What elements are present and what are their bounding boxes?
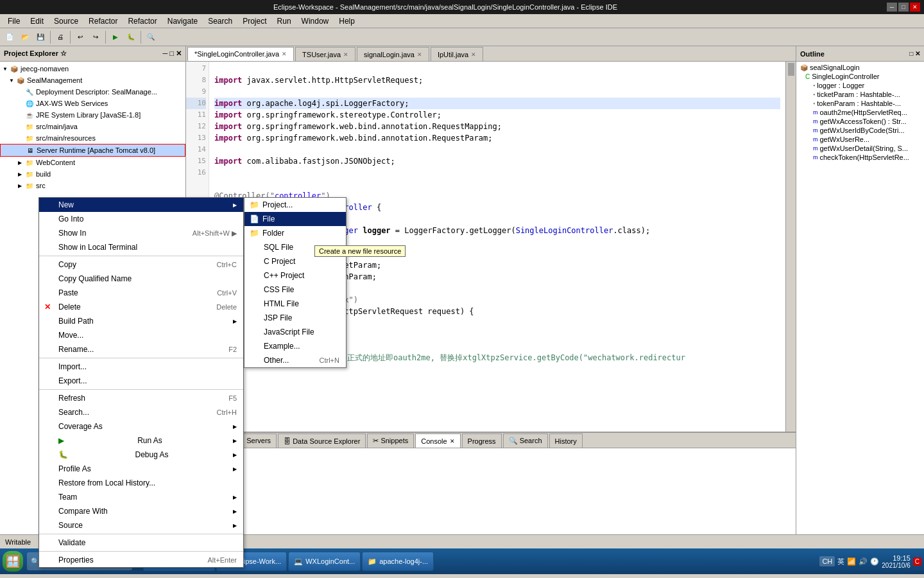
sm-file[interactable]: 📄 File bbox=[244, 212, 346, 226]
tree-item-src-java[interactable]: 📁 src/main/java bbox=[0, 121, 185, 132]
cm-coverage[interactable]: Coverage As ▶ bbox=[39, 419, 243, 434]
tab-datasource[interactable]: 🗄 Data Source Explorer bbox=[278, 434, 366, 448]
cm-properties[interactable]: Properties Alt+Enter bbox=[39, 553, 243, 567]
toolbar-save[interactable]: 💾 bbox=[33, 30, 47, 44]
outline-get-wx-user-detail[interactable]: m getWxUserDetail(String, S... bbox=[798, 144, 923, 153]
menu-refactor2[interactable]: Refactor bbox=[123, 15, 162, 27]
outline-oauth2me[interactable]: m oauth2me(HttpServletReq... bbox=[798, 108, 923, 117]
outline-get-wx-user-re[interactable]: m getWxUserRe... bbox=[798, 135, 923, 144]
sm-other[interactable]: Other... Ctrl+N bbox=[244, 353, 346, 367]
lang-mode[interactable]: 英 bbox=[837, 557, 844, 566]
sm-project[interactable]: 📁 Project... bbox=[244, 198, 346, 212]
menu-project[interactable]: Project bbox=[237, 15, 271, 27]
sm-folder[interactable]: 📁 Folder bbox=[244, 226, 346, 240]
tree-item-jre[interactable]: ☕ JRE System Library [JavaSE-1.8] bbox=[0, 109, 185, 121]
cm-search[interactable]: Search... Ctrl+H bbox=[39, 405, 243, 419]
outline-controls[interactable]: □ ✕ bbox=[909, 50, 920, 57]
cm-profile-as[interactable]: Profile As ▶ bbox=[39, 462, 243, 476]
tab-snippets[interactable]: ✂ Snippets bbox=[367, 434, 414, 448]
cm-compare-with[interactable]: Compare With ▶ bbox=[39, 504, 243, 518]
toolbar-undo[interactable]: ↩ bbox=[73, 30, 87, 44]
cm-go-into[interactable]: Go Into bbox=[39, 212, 243, 226]
outline-ticket[interactable]: ▪ ticketParam : Hashtable-... bbox=[798, 90, 923, 99]
sm-js[interactable]: JavaScript File bbox=[244, 325, 346, 339]
cm-restore-history[interactable]: Restore from Local History... bbox=[39, 476, 243, 490]
cm-delete[interactable]: ✕ Delete Delete bbox=[39, 300, 243, 314]
csdn-icon[interactable]: C bbox=[913, 557, 921, 566]
tree-item-jax[interactable]: 🌐 JAX-WS Web Services bbox=[0, 98, 185, 109]
toolbar-print[interactable]: 🖨 bbox=[53, 30, 67, 44]
tab-single-login[interactable]: *SingleLoginController.java ✕ bbox=[187, 47, 294, 61]
tab-close-iputil[interactable]: ✕ bbox=[471, 51, 476, 58]
toolbar-open[interactable]: 📂 bbox=[18, 30, 32, 44]
tree-item-seal[interactable]: ▼ 📦 SealManagement bbox=[0, 74, 185, 86]
cm-export[interactable]: Export... bbox=[39, 374, 243, 388]
menu-window[interactable]: Window bbox=[296, 15, 334, 27]
outline-get-wx-access[interactable]: m getWxAccessToken() : Str... bbox=[798, 117, 923, 126]
cm-show-local[interactable]: Show in Local Terminal bbox=[39, 240, 243, 254]
menu-source[interactable]: Source bbox=[49, 15, 83, 27]
toolbar-search-global[interactable]: 🔍 bbox=[144, 30, 158, 44]
cm-source[interactable]: Source ▶ bbox=[39, 518, 243, 532]
tab-history[interactable]: History bbox=[549, 434, 583, 448]
tree-item-src-res[interactable]: 📁 src/main/resources bbox=[0, 132, 185, 144]
menu-search[interactable]: Search bbox=[203, 15, 237, 27]
toolbar-redo[interactable]: ↪ bbox=[89, 30, 103, 44]
pe-minimize[interactable]: ─ □ ✕ bbox=[162, 49, 182, 58]
toolbar-run[interactable]: ▶ bbox=[108, 30, 123, 44]
cm-build-path[interactable]: Build Path ▶ bbox=[39, 314, 243, 328]
menu-navigate[interactable]: Navigate bbox=[162, 15, 203, 27]
sm-html[interactable]: HTML File bbox=[244, 297, 346, 311]
cm-run-as[interactable]: ▶ Run As ▶ bbox=[39, 434, 243, 448]
cm-move[interactable]: Move... bbox=[39, 328, 243, 342]
cm-new[interactable]: New ▶ bbox=[39, 198, 243, 212]
outline-check-token[interactable]: m checkToken(HttpServletRe... bbox=[798, 153, 923, 162]
sm-cpp-project[interactable]: C++ Project bbox=[244, 268, 346, 283]
menu-refactor1[interactable]: Refactor bbox=[83, 15, 123, 27]
cm-show-in[interactable]: Show In Alt+Shift+W ▶ bbox=[39, 226, 243, 240]
tab-search-bottom[interactable]: 🔍 Search bbox=[503, 434, 548, 448]
vertical-scrollbar[interactable] bbox=[785, 62, 796, 432]
menu-help[interactable]: Help bbox=[334, 15, 360, 27]
tab-iputil[interactable]: IpUtil.java ✕ bbox=[431, 47, 483, 61]
close-btn[interactable]: ✕ bbox=[910, 3, 920, 12]
cm-copy-qualified[interactable]: Copy Qualified Name bbox=[39, 272, 243, 286]
maximize-btn[interactable]: □ bbox=[898, 3, 909, 12]
cm-validate[interactable]: Validate bbox=[39, 536, 243, 550]
tab-signallogin[interactable]: signalLogin.java ✕ bbox=[357, 47, 429, 61]
cm-paste[interactable]: Paste Ctrl+V bbox=[39, 286, 243, 300]
tree-item-jeecg[interactable]: ▼ 📦 jeecg-nomaven bbox=[0, 63, 185, 74]
outline-logger[interactable]: ▪ logger : Logger bbox=[798, 81, 923, 90]
lang-indicator[interactable]: CH bbox=[819, 556, 835, 566]
taskbar-btn-apache[interactable]: 📁 apache-log4j-... bbox=[362, 552, 434, 571]
tree-item-server[interactable]: 🖥 Server Runtime [Apache Tomcat v8.0] bbox=[0, 144, 185, 157]
tab-close-console[interactable]: ✕ bbox=[450, 438, 455, 444]
cm-debug-as[interactable]: 🐛 Debug As ▶ bbox=[39, 448, 243, 462]
toolbar-new[interactable]: 📄 bbox=[3, 30, 17, 44]
outline-class[interactable]: C SingleLoginController bbox=[798, 72, 923, 81]
menu-run[interactable]: Run bbox=[272, 15, 296, 27]
tree-item-deployment[interactable]: 🔧 Deployment Descriptor: SealManage... bbox=[0, 86, 185, 98]
tree-item-build[interactable]: ▶ 📁 build bbox=[0, 168, 185, 180]
outline-get-wx-userid[interactable]: m getWxUserIdByCode(Stri... bbox=[798, 126, 923, 135]
tab-tsuser[interactable]: TSUser.java ✕ bbox=[295, 47, 355, 61]
tree-item-src2[interactable]: ▶ 📁 src bbox=[0, 180, 185, 191]
cm-copy[interactable]: Copy Ctrl+C bbox=[39, 258, 243, 272]
tab-close-single-login[interactable]: ✕ bbox=[282, 51, 287, 57]
taskbar-btn-wxlogin[interactable]: 💻 WXLoginCont... bbox=[288, 552, 361, 571]
sm-example[interactable]: Example... bbox=[244, 339, 346, 353]
sm-css[interactable]: CSS File bbox=[244, 283, 346, 297]
start-button[interactable]: 🪟 bbox=[3, 551, 23, 572]
tab-close-signallogin[interactable]: ✕ bbox=[417, 51, 422, 58]
cm-rename[interactable]: Rename... F2 bbox=[39, 342, 243, 356]
tree-item-web[interactable]: ▶ 📁 WebContent bbox=[0, 157, 185, 168]
minimize-btn[interactable]: ─ bbox=[887, 3, 897, 12]
sm-jsp[interactable]: JSP File bbox=[244, 311, 346, 325]
tab-close-tsuser[interactable]: ✕ bbox=[343, 51, 348, 58]
outline-token[interactable]: ▪ tokenParam : Hashtable-... bbox=[798, 99, 923, 108]
tab-console[interactable]: Console ✕ bbox=[415, 434, 460, 448]
outline-package[interactable]: 📦 sealSignalLogin bbox=[798, 63, 923, 72]
menu-file[interactable]: File bbox=[3, 15, 25, 27]
cm-refresh[interactable]: Refresh F5 bbox=[39, 391, 243, 405]
cm-team[interactable]: Team ▶ bbox=[39, 490, 243, 504]
